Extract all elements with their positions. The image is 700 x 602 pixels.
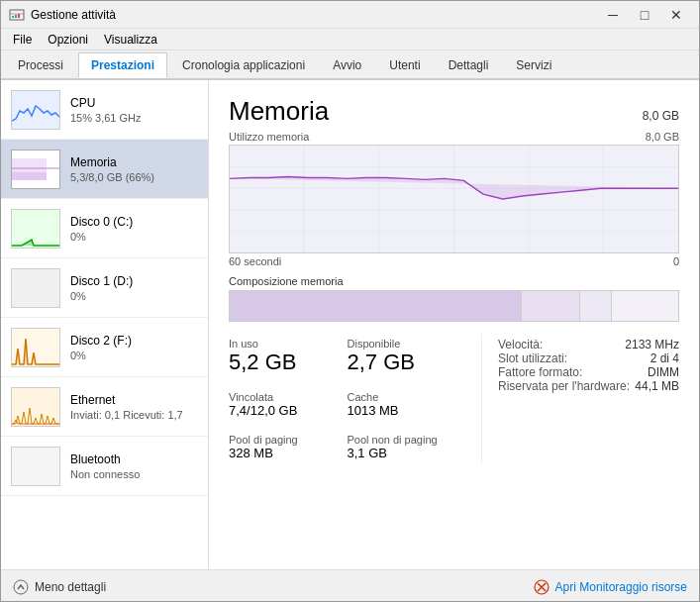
disco0-thumbnail: [11, 209, 60, 249]
disco0-name: Disco 0 (C:): [70, 215, 198, 229]
slot-label: Slot utilizzati:: [498, 351, 567, 365]
riservata-row: Riservata per l'hardware: 44,1 MB: [498, 379, 679, 393]
cpu-name: CPU: [70, 96, 198, 110]
pool-nonpaging-value: 3,1 GB: [348, 446, 458, 460]
tab-avvio[interactable]: Avvio: [320, 52, 374, 78]
in-uso-label: In uso: [229, 338, 340, 350]
tab-processi[interactable]: Processi: [5, 52, 76, 78]
pool-nonpaging-label: Pool non di paging: [348, 434, 458, 446]
open-monitor-label: Apri Monitoraggio risorse: [555, 580, 687, 594]
slot-row: Slot utilizzati: 2 di 4: [498, 351, 679, 365]
tab-dettagli[interactable]: Dettagli: [436, 52, 502, 78]
menu-view[interactable]: Visualizza: [96, 31, 165, 49]
stats-container: In uso 5,2 GB Disponibile 2,7 GB Vincola…: [229, 334, 679, 464]
disponibile-value: 2,7 GB: [348, 350, 458, 375]
bluetooth-thumbnail: [11, 447, 60, 486]
maximize-button[interactable]: □: [630, 5, 659, 25]
disponibile-block: Disponibile 2,7 GB: [348, 334, 466, 379]
velocita-label: Velocità:: [498, 338, 543, 351]
tab-utenti[interactable]: Utenti: [376, 52, 433, 78]
chevron-up-icon: [13, 579, 29, 595]
memoria-value: 5,3/8,0 GB (66%): [70, 171, 198, 183]
app-icon: [9, 7, 25, 23]
minimize-button[interactable]: ─: [598, 5, 628, 25]
disco1-info: Disco 1 (D:) 0%: [70, 274, 198, 302]
menu-file[interactable]: File: [5, 31, 40, 49]
cpu-info: CPU 15% 3,61 GHz: [70, 96, 198, 124]
memory-sparkline: [12, 150, 59, 188]
vincolata-value: 7,4/12,0 GB: [229, 403, 340, 418]
svg-rect-14: [12, 448, 59, 485]
title-bar-controls: ─ □ ✕: [598, 5, 691, 25]
bluetooth-name: Bluetooth: [70, 452, 198, 466]
disco0-sparkline: [12, 210, 59, 248]
disco2-info: Disco 2 (F:) 0%: [70, 334, 198, 361]
tab-prestazioni[interactable]: Prestazioni: [78, 52, 167, 78]
stats-row2: Vincolata 7,4/12,0 GB Cache 1013 MB: [229, 387, 465, 422]
svg-point-24: [14, 580, 28, 594]
ethernet-value: Inviati: 0,1 Ricevuti: 1,7: [70, 409, 198, 421]
svg-rect-9: [12, 172, 47, 180]
svg-rect-2: [12, 16, 14, 18]
disco1-thumbnail: [11, 268, 60, 308]
cache-block: Cache 1013 MB: [348, 387, 466, 422]
riservata-value: 44,1 MB: [635, 379, 679, 393]
warning-icon: [534, 579, 550, 595]
sidebar-item-cpu[interactable]: CPU 15% 3,61 GHz: [1, 80, 208, 140]
disco2-sparkline: [12, 329, 59, 366]
disco2-value: 0%: [70, 350, 198, 361]
chart-label-row: Utilizzo memoria 8,0 GB: [229, 131, 679, 143]
comp-free: [611, 291, 678, 321]
bluetooth-info: Bluetooth Non connesso: [70, 452, 198, 480]
pool-nonpaging-block: Pool non di paging 3,1 GB: [348, 430, 466, 464]
svg-rect-4: [18, 14, 20, 18]
close-button[interactable]: ✕: [661, 5, 691, 25]
svg-rect-5: [12, 91, 59, 129]
vincolata-block: Vincolata 7,4/12,0 GB: [229, 387, 348, 422]
comp-modified: [521, 291, 579, 321]
comp-standby1: [579, 291, 611, 321]
disco1-sparkline: [12, 269, 59, 307]
vincolata-label: Vincolata: [229, 391, 340, 403]
cpu-thumbnail: [11, 90, 60, 130]
menu-options[interactable]: Opzioni: [40, 31, 96, 49]
memoria-name: Memoria: [70, 155, 198, 169]
in-uso-value: 5,2 GB: [229, 350, 340, 375]
sidebar: CPU 15% 3,61 GHz Memoria 5,3/8,0 GB (66%…: [1, 80, 209, 569]
sidebar-item-bluetooth[interactable]: Bluetooth Non connesso: [1, 437, 208, 496]
disponibile-label: Disponibile: [348, 338, 458, 350]
main-content: CPU 15% 3,61 GHz Memoria 5,3/8,0 GB (66%…: [1, 80, 699, 569]
less-details-btn[interactable]: Meno dettagli: [13, 579, 106, 595]
menu-bar: File Opzioni Visualizza: [1, 29, 699, 50]
title-bar-left: Gestione attività: [9, 7, 116, 23]
bluetooth-sparkline: [12, 448, 59, 485]
memoria-info: Memoria 5,3/8,0 GB (66%): [70, 155, 198, 183]
chart-section: Utilizzo memoria 8,0 GB: [229, 131, 679, 267]
sidebar-item-ethernet[interactable]: Ethernet Inviati: 0,1 Ricevuti: 1,7: [1, 377, 208, 437]
disco2-thumbnail: [11, 328, 60, 367]
pool-paging-value: 328 MB: [229, 446, 340, 460]
velocita-row: Velocità: 2133 MHz: [498, 338, 679, 351]
composition-label: Composizione memoria: [229, 275, 679, 287]
svg-rect-3: [15, 15, 17, 18]
tab-cronologia[interactable]: Cronologia applicazioni: [169, 52, 318, 78]
chart-max-label: 8,0 GB: [646, 131, 679, 143]
sidebar-item-memoria[interactable]: Memoria 5,3/8,0 GB (66%): [1, 140, 208, 199]
fattore-row: Fattore formato: DIMM: [498, 365, 679, 379]
tab-servizi[interactable]: Servizi: [503, 52, 564, 78]
cache-value: 1013 MB: [348, 403, 458, 418]
stats-row1: In uso 5,2 GB Disponibile 2,7 GB: [229, 334, 465, 379]
fattore-value: DIMM: [648, 365, 679, 379]
velocita-value: 2133 MHz: [625, 338, 679, 351]
sidebar-item-disco2[interactable]: Disco 2 (F:) 0%: [1, 318, 208, 377]
chart-time-end: 0: [673, 255, 679, 267]
composition-bar: [229, 290, 679, 322]
ethernet-sparkline: [12, 388, 59, 426]
title-bar: Gestione attività ─ □ ✕: [1, 1, 699, 29]
sidebar-item-disco0[interactable]: Disco 0 (C:) 0%: [1, 199, 208, 258]
pool-paging-block: Pool di paging 328 MB: [229, 430, 348, 464]
memory-chart-svg: [230, 146, 678, 252]
sidebar-item-disco1[interactable]: Disco 1 (D:) 0%: [1, 258, 208, 318]
open-monitor-btn[interactable]: Apri Monitoraggio risorse: [534, 579, 687, 595]
disco1-value: 0%: [70, 290, 198, 302]
